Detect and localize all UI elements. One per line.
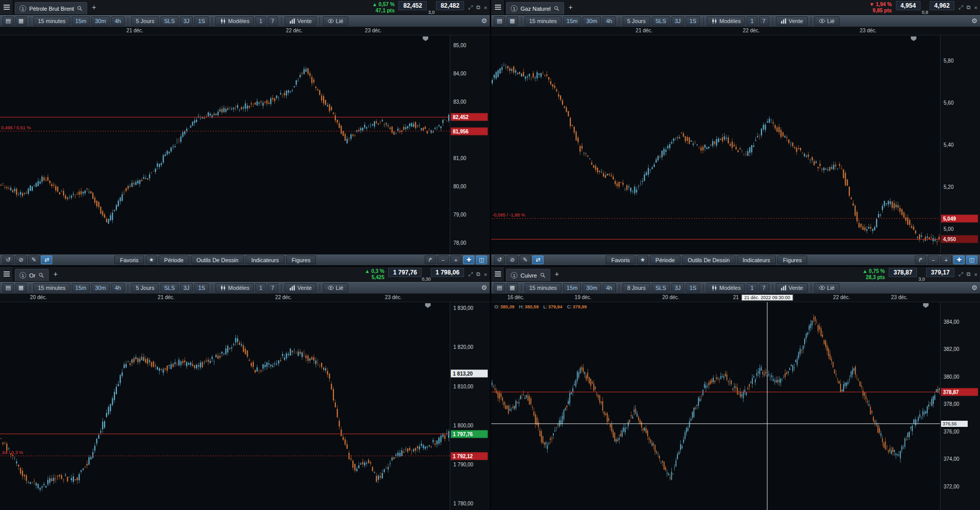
close-icon[interactable]: × [484, 5, 487, 11]
panel-menu-button[interactable] [491, 267, 505, 281]
favorites-button[interactable]: Favoris [606, 256, 635, 264]
expand-icon[interactable]: ⤢ [468, 271, 473, 278]
interval-dropdown[interactable]: 15 minutes [33, 283, 70, 292]
chart-area[interactable]: -0,095 / -1,88 % [491, 35, 940, 254]
period-3j-button[interactable]: 3J [671, 16, 685, 26]
interval-dropdown[interactable]: 15 minutes [33, 16, 70, 26]
instrument-tab[interactable]: 1 Or [15, 269, 49, 281]
popout-icon[interactable]: ⧉ [967, 271, 971, 278]
search-icon[interactable] [77, 6, 83, 11]
interval-15m-button[interactable]: 15m [563, 283, 581, 292]
figures-button[interactable]: Figures [286, 256, 316, 264]
date-axis[interactable]: 21 déc.22 déc.23 déc. [0, 27, 490, 35]
models-dropdown[interactable]: Modèles [707, 283, 746, 292]
compare-icon[interactable]: ⇄ [532, 256, 544, 264]
models-dropdown[interactable]: Modèles [707, 16, 746, 26]
candlestick-chart[interactable]: 0,496 / 0,61 % [0, 35, 450, 254]
interval-30m-button[interactable]: 30m [91, 16, 109, 26]
popout-icon[interactable]: ⧉ [476, 4, 481, 11]
search-icon[interactable] [38, 272, 44, 278]
period-button[interactable]: Période [158, 256, 189, 264]
interval-dropdown[interactable]: 15 minutes [525, 283, 562, 292]
pencil-icon[interactable]: ✎ [28, 256, 39, 264]
popout-icon[interactable]: ⧉ [476, 271, 481, 278]
interval-4h-button[interactable]: 4h [603, 283, 616, 292]
interval-4h-button[interactable]: 4h [111, 16, 125, 26]
instrument-tab[interactable]: 1 Gaz Naturel [506, 2, 564, 14]
favorites-button[interactable]: Favoris [114, 256, 144, 264]
panel-menu-button[interactable] [0, 267, 13, 281]
sell-dropdown[interactable]: Vente [776, 16, 808, 26]
page-layout-icon[interactable]: ▤ [494, 16, 505, 26]
period-dropdown[interactable]: 5 Jours [131, 16, 159, 26]
period-button[interactable]: Période [650, 256, 681, 264]
interval-dropdown[interactable]: 15 minutes [525, 16, 562, 26]
erase-icon[interactable]: ⊘ [15, 256, 27, 264]
expand-icon[interactable]: ⤢ [958, 271, 963, 278]
candlestick-chart[interactable]: ,64 / 0,3 % [0, 302, 450, 510]
num-7-button[interactable]: 7 [759, 283, 769, 292]
period-3j-button[interactable]: 3J [180, 283, 193, 292]
grid-layout-icon[interactable]: ▦ [507, 16, 518, 26]
settings-gear-icon[interactable]: ⚙ [971, 17, 977, 25]
chart-area[interactable]: 0,496 / 0,61 % [0, 35, 450, 254]
instrument-tab[interactable]: 1 Cuivre [506, 269, 550, 281]
period-dropdown[interactable]: 5 Jours [131, 283, 159, 292]
settings-gear-icon[interactable]: ⚙ [481, 17, 487, 25]
date-axis[interactable]: 21 déc.22 déc.23 déc. [491, 27, 980, 35]
period-sls-button[interactable]: SLS [161, 16, 178, 26]
interval-15m-button[interactable]: 15m [72, 16, 90, 26]
star-icon[interactable]: ★ [637, 256, 648, 264]
drawing-tools-button[interactable]: Outils De Dessin [682, 256, 735, 264]
new-tab-button[interactable]: + [88, 0, 99, 14]
period-sls-button[interactable]: SLS [652, 16, 670, 26]
sell-dropdown[interactable]: Vente [285, 283, 316, 292]
linked-dropdown[interactable]: Lié [323, 283, 348, 292]
bid-price-button[interactable]: 378,87 [889, 268, 917, 277]
ask-price-button[interactable]: 4,962 [930, 1, 954, 10]
period-sls-button[interactable]: SLS [161, 283, 178, 292]
price-axis[interactable]: 5,805,605,405,205,005,0494,950 [940, 35, 980, 254]
expand-icon[interactable]: ⤢ [958, 4, 963, 11]
price-axis[interactable]: 384,00382,00380,00378,00376,00374,00372,… [940, 302, 980, 510]
panel-menu-button[interactable] [491, 0, 505, 14]
period-1s-button[interactable]: 1S [686, 16, 699, 26]
period-dropdown[interactable]: 8 Jours [623, 283, 650, 292]
share-icon[interactable]: ↱ [915, 256, 926, 264]
period-dropdown[interactable]: 5 Jours [623, 16, 650, 26]
sell-dropdown[interactable]: Vente [776, 283, 808, 292]
indicators-button[interactable]: Indicateurs [246, 256, 285, 264]
models-dropdown[interactable]: Modèles [215, 283, 254, 292]
interval-30m-button[interactable]: 30m [583, 283, 601, 292]
instrument-tab[interactable]: 1 Pétrole Brut Brent [15, 2, 87, 14]
price-axis[interactable]: 1 830,001 820,001 810,001 800,001 790,00… [450, 302, 490, 510]
compare-icon[interactable]: ⇄ [41, 256, 52, 264]
candlestick-chart[interactable] [491, 302, 940, 510]
interval-30m-button[interactable]: 30m [583, 16, 601, 26]
num-1-button[interactable]: 1 [747, 283, 757, 292]
period-1s-button[interactable]: 1S [194, 283, 208, 292]
zoom-out-button[interactable]: − [928, 256, 939, 264]
close-icon[interactable]: × [974, 271, 977, 278]
erase-icon[interactable]: ⊘ [507, 256, 518, 264]
bid-price-button[interactable]: 1 797,76 [388, 268, 422, 277]
page-layout-icon[interactable]: ▤ [494, 283, 505, 292]
panel-menu-button[interactable] [0, 0, 13, 14]
ask-price-button[interactable]: 1 798,06 [431, 268, 464, 277]
bid-price-button[interactable]: 82,452 [398, 1, 427, 10]
models-dropdown[interactable]: Modèles [215, 16, 254, 26]
drawing-tools-button[interactable]: Outils De Dessin [191, 256, 244, 264]
search-icon[interactable] [554, 6, 559, 11]
close-icon[interactable]: × [974, 5, 977, 11]
period-3j-button[interactable]: 3J [671, 283, 685, 292]
settings-gear-icon[interactable]: ⚙ [481, 284, 487, 291]
candlestick-chart[interactable]: -0,095 / -1,88 % [491, 35, 940, 254]
period-sls-button[interactable]: SLS [652, 283, 670, 292]
new-tab-button[interactable]: + [565, 0, 576, 14]
zoom-in-button[interactable]: + [450, 256, 462, 264]
date-axis[interactable]: 16 déc.19 déc.20 déc.2122 déc.23 déc.21 … [491, 294, 980, 302]
period-1s-button[interactable]: 1S [194, 16, 208, 26]
linked-dropdown[interactable]: Lié [323, 16, 348, 26]
ask-price-button[interactable]: 82,482 [436, 1, 464, 10]
grid-layout-icon[interactable]: ▦ [15, 16, 27, 26]
